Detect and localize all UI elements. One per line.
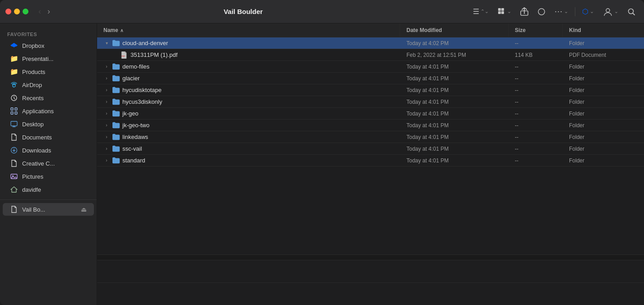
eject-button[interactable]: ⏏ [81,206,87,213]
folder-icon [112,87,120,94]
file-name-cell: › jk-geo-two [97,120,400,131]
more-chevron-icon: ⌄ [564,9,568,14]
file-size-cell: -- [509,74,563,83]
file-name-cell: › standard [97,155,400,166]
folder-icon [112,122,120,129]
folder-products-icon: 📁 [10,68,18,76]
expand-button[interactable]: ▾ [103,40,110,46]
folder-icon [112,145,120,152]
file-name-cell: › jk-geo [97,108,400,119]
svg-point-5 [606,9,610,12]
sidebar-item-recents[interactable]: Recents [3,92,94,104]
expand-button[interactable]: › [103,99,110,105]
table-row[interactable]: › jk-geo-twoToday at 4:01 PM--Folder [97,120,644,131]
close-button[interactable] [5,9,11,14]
expand-button[interactable]: › [103,87,110,93]
sidebar-item-airdrop-label: AirDrop [22,82,42,88]
expand-button[interactable]: › [103,146,110,152]
file-kind-cell: Folder [563,132,644,142]
account-button[interactable]: ⌄ [600,5,621,18]
file-date-cell: Today at 4:01 PM [400,85,509,95]
expand-button[interactable]: › [103,134,110,140]
window-title: Vail Boulder [20,8,466,15]
grid-icon [498,8,506,16]
file-name-cell: › hycus3diskonly [97,97,400,107]
folder-icon [112,75,120,82]
dropbox-toolbar-button[interactable]: ⬡ ⌄ [579,5,597,18]
sidebar-item-pictures-label: Pictures [22,173,43,180]
minimize-button[interactable] [14,9,20,14]
file-name-text: hycus3diskonly [122,98,162,105]
creative-icon [10,159,18,167]
sidebar-item-downloads[interactable]: Downloads [3,144,94,157]
file-size-cell: -- [509,120,563,130]
file-name-cell: › linkedaws [97,132,400,143]
list-view-button[interactable]: ☰ ⌃⌄ [470,5,492,18]
table-row[interactable]: › glacierToday at 4:01 PM--Folder [97,73,644,84]
sidebar-item-davidfe[interactable]: davidfe [3,183,94,196]
dropbox-toolbar-icon: ⬡ [582,7,588,16]
sidebar-item-documents[interactable]: Documents [3,131,94,143]
sidebar-item-recents-label: Recents [22,95,44,102]
svg-rect-11 [11,112,13,114]
svg-rect-3 [501,11,504,14]
col-header-kind[interactable]: Kind [563,23,644,37]
toolbar-actions: ☰ ⌃⌄ ⌄ [470,5,639,18]
col-header-name[interactable]: Name ∧ [97,23,400,37]
account-icon [603,7,613,17]
col-header-date[interactable]: Date Modified [400,23,509,37]
file-name-text: jk-geo [122,110,138,117]
sidebar-item-creative[interactable]: Creative C... [3,157,94,170]
downloads-icon [10,146,18,154]
sidebar-item-davidfe-label: davidfe [22,186,41,193]
tag-button[interactable] [534,6,549,18]
sidebar-vailbo-label: Vail Bo... [22,206,45,213]
table-row[interactable]: › standardToday at 4:01 PM--Folder [97,155,644,166]
table-row[interactable]: PDF 351311PM (1).pdfFeb 2, 2022 at 12:51… [97,49,644,61]
expand-button[interactable]: › [103,75,110,82]
folder-icon [112,98,120,106]
table-row[interactable]: › demo-filesToday at 4:01 PM--Folder [97,61,644,73]
file-list: ▾ cloud-and-denverToday at 4:02 PM--Fold… [97,37,644,254]
table-row[interactable]: › linkedawsToday at 4:01 PM--Folder [97,131,644,143]
file-kind-cell: PDF Document [563,50,644,60]
sidebar-item-products[interactable]: 📁 Products [3,65,94,78]
file-name-text: linkedaws [122,134,148,140]
folder-icon [112,110,120,117]
search-button[interactable] [624,6,639,18]
sidebar-item-creative-label: Creative C... [22,160,55,167]
applications-icon [10,107,18,115]
more-button[interactable]: ··· ⌄ [551,5,571,18]
sidebar-item-desktop[interactable]: Desktop [3,118,94,130]
table-row[interactable]: › hycus3diskonlyToday at 4:01 PM--Folder [97,96,644,108]
svg-rect-2 [498,11,501,14]
sidebar-item-pictures[interactable]: Pictures [3,170,94,183]
sidebar-section-favorites: Favorites [0,28,97,39]
sidebar-item-presentati[interactable]: 📁 Presentati... [3,52,94,65]
airdrop-icon [10,81,18,89]
expand-button[interactable]: › [103,122,110,129]
expand-button[interactable]: › [103,111,110,117]
sidebar-item-vailbo[interactable]: Vail Bo... ⏏ [3,203,94,216]
expand-button[interactable]: › [103,64,110,70]
sidebar-item-products-label: Products [22,69,45,75]
table-row[interactable]: › ssc-vailToday at 4:01 PM--Folder [97,143,644,155]
table-row[interactable]: › hycudisktotapeToday at 4:01 PM--Folder [97,84,644,96]
grid-chevron-icon: ⌄ [507,9,511,14]
expand-button[interactable]: › [103,157,110,164]
share-button[interactable] [517,5,532,18]
file-date-cell: Feb 2, 2022 at 12:51 PM [400,50,509,60]
horizontal-scrollbar[interactable] [97,254,644,260]
sidebar-item-applications[interactable]: Applications [3,105,94,117]
col-header-size[interactable]: Size [509,23,563,37]
desktop-icon [10,120,18,128]
svg-rect-10 [15,108,17,110]
grid-view-button[interactable]: ⌄ [495,6,514,18]
sidebar-item-airdrop[interactable]: AirDrop [3,79,94,91]
table-row[interactable]: › jk-geoToday at 4:01 PM--Folder [97,108,644,120]
sidebar-item-dropbox[interactable]: Dropbox [3,39,94,52]
column-headers: Name ∧ Date Modified Size Kind [97,23,644,37]
svg-rect-0 [498,8,501,11]
sidebar-item-desktop-label: Desktop [22,121,44,128]
table-row[interactable]: ▾ cloud-and-denverToday at 4:02 PM--Fold… [97,37,644,49]
